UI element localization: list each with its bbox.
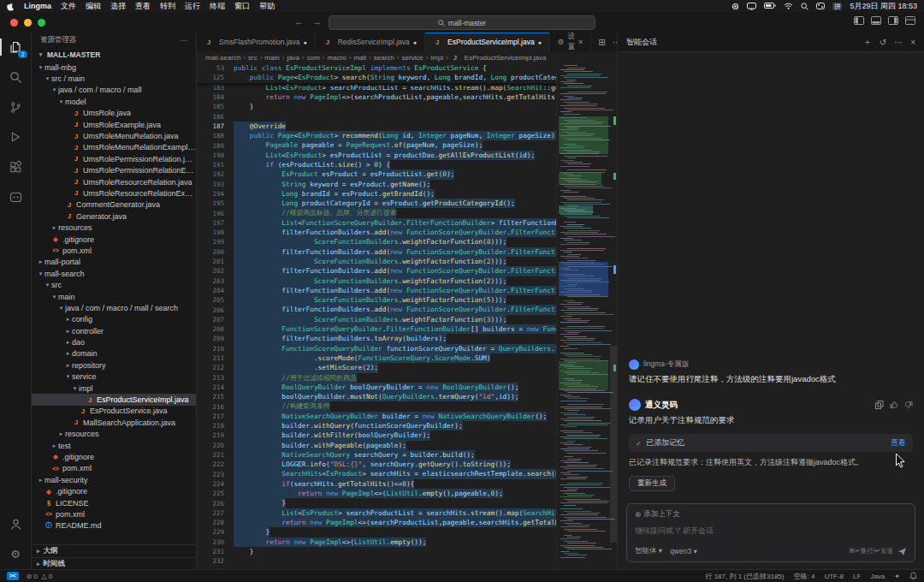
code-line[interactable]: 191 if (esProductList.size() > 0) { <box>197 160 556 169</box>
code-line[interactable]: 200 filterFunctionBuilders.add(new Funct… <box>197 247 556 257</box>
spotlight-icon[interactable] <box>801 3 808 10</box>
menu-item[interactable]: 转到 <box>160 1 175 12</box>
code-line[interactable]: 208 FunctionScoreQueryBuilder.FilterFunc… <box>197 324 556 334</box>
breadcrumb-segment[interactable]: impl <box>430 54 443 62</box>
code-line[interactable]: 205 ScoreFunctionBuilders.weightFactorFu… <box>197 295 556 305</box>
lingma-status-icon[interactable]: ✦ <box>894 573 900 580</box>
code-line[interactable]: 125 public Page<EsProduct> search(String… <box>197 73 556 82</box>
tree-item[interactable]: JEsProductService.java <box>32 406 196 417</box>
regenerate-button[interactable]: 重新生成 <box>629 476 675 491</box>
thumbs-up-icon[interactable] <box>890 401 898 409</box>
tree-item[interactable]: §LICENSE <box>32 497 196 508</box>
tree-item[interactable]: ▸resources <box>32 429 196 440</box>
code-line[interactable]: 218 builder.withQuery(functionScoreQuery… <box>197 421 556 431</box>
tree-item[interactable]: ▸config <box>32 314 196 325</box>
tree-item[interactable]: ▾java / com / macro / mall / search <box>32 302 196 313</box>
sidebar-more-icon[interactable]: ⋯ <box>181 36 188 45</box>
eol-item[interactable]: LF <box>853 573 861 580</box>
wifi-icon[interactable] <box>784 3 793 9</box>
search-activity-icon[interactable] <box>6 68 25 86</box>
code-line[interactable]: 224 if(searchHits.getTotalHits()<=0){ <box>197 479 556 489</box>
tree-item[interactable]: ▸resources <box>32 222 196 233</box>
code-line[interactable]: 219 builder.withFilter(boolQueryBuilder)… <box>197 431 556 440</box>
sticky-scroll[interactable]: 53public class EsProductServiceImpl impl… <box>197 63 556 83</box>
send-icon[interactable] <box>897 547 907 556</box>
code-line[interactable]: 202 filterFunctionBuilders.add(new Funct… <box>197 266 556 276</box>
editor-tab[interactable]: JSmsFlashPromotion.java● <box>197 33 316 51</box>
breadcrumb-segment[interactable]: java <box>287 54 299 62</box>
tree-item[interactable]: <>pom.xml <box>32 508 196 520</box>
menu-item[interactable]: 文件 <box>61 1 76 12</box>
code-line[interactable]: 190 List<EsProduct> esProductList = prod… <box>197 151 556 160</box>
copy-icon[interactable] <box>875 401 884 409</box>
timeline-section[interactable]: ▸ 时间线 <box>32 557 196 570</box>
agent-select[interactable]: 智能体 ▾ <box>635 546 662 556</box>
tree-item[interactable]: JEsProductServiceImpl.java <box>32 394 196 405</box>
memory-card[interactable]: ✓ 已添加记忆 查看 <box>629 434 913 452</box>
code-line[interactable]: 217 NativeSearchQueryBuilder builder = n… <box>197 412 556 421</box>
tree-item[interactable]: ▾src / main <box>32 73 196 84</box>
code-line[interactable]: 204 filterFunctionBuilders.add(new Funct… <box>197 286 556 295</box>
chat-more-icon[interactable]: ⋯ <box>894 38 903 47</box>
source-control-activity-icon[interactable] <box>6 98 25 116</box>
indentation-item[interactable]: 空格: 4 <box>793 572 814 581</box>
outline-section[interactable]: ▸ 大纲 <box>32 544 196 557</box>
menu-item[interactable]: 帮助 <box>259 1 275 12</box>
tree-item[interactable]: ▾java / com / macro / mall <box>32 85 196 96</box>
breadcrumb-segment[interactable]: mall-search <box>205 54 240 62</box>
code-line[interactable]: 199 ScoreFunctionBuilders.weightFactorFu… <box>197 237 556 246</box>
tree-item[interactable]: ◆.gitignore <box>32 485 196 496</box>
close-window-button[interactable] <box>10 19 18 27</box>
input-method-badge[interactable]: 拼 <box>832 3 843 10</box>
code-editor[interactable]: 53public class EsProductServiceImpl impl… <box>197 63 556 570</box>
tree-item[interactable]: <>pom.xml <box>32 245 196 256</box>
command-center-search[interactable]: mall-master <box>329 15 595 30</box>
minimize-window-button[interactable] <box>24 19 32 27</box>
add-context-row[interactable]: ⊕ 添加上下文 <box>635 509 907 520</box>
code-line[interactable]: 230 return new PageImpl<>(ListUtil.empty… <box>197 537 556 547</box>
control-center-icon[interactable] <box>816 3 825 9</box>
breadcrumb-segment[interactable]: src <box>248 54 258 62</box>
back-arrow-icon[interactable]: ← <box>294 16 304 27</box>
memory-view-link[interactable]: 查看 <box>891 437 906 448</box>
code-line[interactable]: 216 //构建查询条件 <box>197 401 556 411</box>
breadcrumb-segment[interactable]: search <box>374 54 394 62</box>
tree-item[interactable]: JUmsRoleMenuRelationExample.java <box>32 142 196 153</box>
cursor-position-item[interactable]: 行 187, 列 1 (已选择3185) <box>705 572 784 581</box>
code-line[interactable]: 220 builder.withPageable(pageable); <box>197 441 556 450</box>
editor-tab[interactable]: JRedisServiceImpl.java● <box>316 33 425 51</box>
code-line[interactable]: 203 ScoreFunctionBuilders.weightFactorFu… <box>197 276 556 286</box>
breadcrumb-segment[interactable]: main <box>264 54 279 62</box>
code-line[interactable]: 211 .scoreMode(FunctionScoreQuery.ScoreM… <box>197 353 556 363</box>
tree-item[interactable]: ▾src <box>32 279 196 290</box>
breadcrumb-segment[interactable]: com <box>307 54 320 62</box>
menu-item[interactable]: 终端 <box>210 1 225 12</box>
tree-item[interactable]: ▸test <box>32 440 196 451</box>
notifications-bell-icon[interactable] <box>909 572 917 580</box>
code-line[interactable]: 215 boolQueryBuilder.mustNot(QueryBuilde… <box>197 392 556 401</box>
menu-item[interactable]: 查看 <box>135 1 151 12</box>
tree-item[interactable]: JUmsRolePermissionRelation.java <box>32 153 196 164</box>
tree-item[interactable]: ⓘREADME.md <box>32 520 196 532</box>
code-line[interactable]: 207 ScoreFunctionBuilders.weightFactorFu… <box>197 315 556 324</box>
code-line[interactable]: 209 filterFunctionBuilders.toArray(build… <box>197 334 556 343</box>
menu-item[interactable]: 运行 <box>185 1 200 12</box>
tree-item[interactable]: JUmsRole.java <box>32 108 196 119</box>
model-select[interactable]: qwen3 ▾ <box>670 547 697 555</box>
code-line[interactable]: 231 } <box>197 547 556 556</box>
code-line[interactable]: 184 return new PageImpl<>(searchProductL… <box>197 92 556 102</box>
history-icon[interactable]: ↺ <box>880 38 886 47</box>
toggle-panel-icon[interactable] <box>871 16 881 25</box>
lingma-activity-icon[interactable] <box>6 187 25 206</box>
editor-tab[interactable]: JEsProductServiceImpl.java● <box>425 33 550 51</box>
code-lines[interactable]: 183 List<EsProduct> searchProductList = … <box>197 83 556 567</box>
tree-item[interactable]: ▾service <box>32 371 196 383</box>
settings-gear-icon[interactable]: ⚙ <box>6 544 25 563</box>
tree-item[interactable]: ▾impl <box>32 383 196 394</box>
tree-item[interactable]: ▸repository <box>32 359 196 371</box>
battery-icon[interactable] <box>764 3 776 9</box>
menu-item[interactable]: 编辑 <box>86 1 101 12</box>
code-line[interactable]: 221 NativeSearchQuery searchQuery = buil… <box>197 450 556 460</box>
language-mode-item[interactable]: Java <box>870 573 885 580</box>
minimap[interactable] <box>556 63 617 570</box>
